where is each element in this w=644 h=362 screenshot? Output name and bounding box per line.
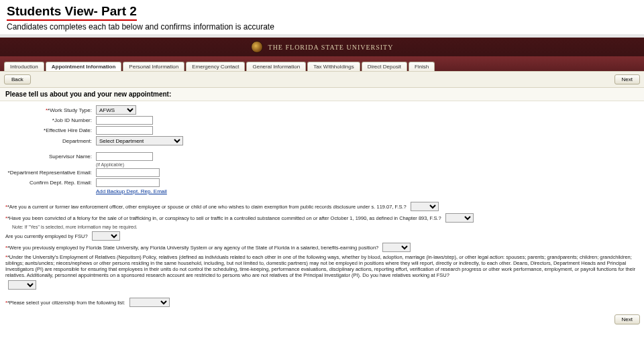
- tab-general-information[interactable]: General Information: [246, 62, 306, 71]
- back-button[interactable]: Back: [4, 74, 31, 84]
- supervisor-name-input[interactable]: [96, 152, 153, 161]
- section-title: Please tell us about you and your new ap…: [0, 88, 644, 101]
- question-exemption-select[interactable]: [411, 202, 439, 211]
- page-subtitle: Candidates completes each tab below and …: [7, 21, 637, 32]
- supervisor-note: (if Applicable): [96, 162, 124, 167]
- effective-hire-date-input[interactable]: [96, 126, 153, 135]
- tab-tax-withholdings[interactable]: Tax Withholdings: [307, 62, 360, 71]
- next-button-top[interactable]: Next: [614, 74, 640, 84]
- tab-direct-deposit[interactable]: Direct Deposit: [362, 62, 407, 71]
- question-nepotism: *Under the University's Employment of Re…: [5, 254, 635, 278]
- tab-finish[interactable]: Finish: [409, 62, 435, 71]
- department-label: Department:: [62, 138, 92, 144]
- question-currently-employed: Are you currently employed by FSU?: [5, 233, 88, 239]
- question-exemption: *Are you a current or former law enforce…: [7, 204, 407, 210]
- toolbar-top: Back Next: [0, 71, 644, 88]
- question-nepotism-select[interactable]: [8, 280, 36, 290]
- confirm-dept-rep-email-label: Confirm Dept. Rep. Email:: [30, 180, 92, 186]
- question-felony: *Have you been convicted of a felony for…: [7, 215, 441, 221]
- dept-rep-email-label: *Department Representative Email:: [8, 170, 92, 176]
- question-felony-select[interactable]: [445, 213, 474, 223]
- department-select[interactable]: Select Department: [96, 136, 183, 145]
- work-study-type-select[interactable]: AFWS: [96, 105, 136, 115]
- tab-appointment-information[interactable]: Appointment Information: [46, 62, 122, 71]
- next-button-bottom[interactable]: Next: [614, 314, 640, 324]
- university-banner: THE FLORIDA STATE UNIVERSITY: [0, 38, 644, 56]
- question-previously-employed: *Were you previously employed by Florida…: [7, 245, 378, 251]
- question-citizenship-select[interactable]: [129, 298, 170, 307]
- question-felony-note: Note: If "Yes" is selected, more informa…: [12, 225, 639, 229]
- tabstrip: Introduction Appointment Information Per…: [0, 56, 644, 71]
- dept-rep-email-input[interactable]: [96, 168, 160, 177]
- question-previously-employed-select[interactable]: [382, 243, 411, 252]
- supervisor-name-label: Supervisor Name:: [49, 154, 92, 160]
- page-title: Students View- Part 2: [7, 4, 637, 21]
- question-citizenship: *Please select your citizenship from the…: [7, 300, 125, 306]
- effective-hire-date-label: *Effective Hire Date:: [44, 127, 92, 133]
- job-id-label: *Job ID Number:: [52, 117, 92, 123]
- tab-personal-information[interactable]: Personal Information: [123, 62, 184, 71]
- confirm-dept-rep-email-input[interactable]: [96, 178, 160, 187]
- question-currently-employed-select[interactable]: [92, 231, 120, 241]
- banner-text: THE FLORIDA STATE UNIVERSITY: [268, 44, 394, 51]
- tab-emergency-contact[interactable]: Emergency Contact: [186, 62, 245, 71]
- job-id-input[interactable]: [96, 116, 153, 125]
- seal-icon: [251, 41, 263, 53]
- add-backup-dept-rep-link[interactable]: Add Backup Dept. Rep. Email: [96, 188, 167, 194]
- work-study-type-label: *Work Study Type:: [48, 107, 92, 113]
- tab-introduction[interactable]: Introduction: [4, 62, 44, 71]
